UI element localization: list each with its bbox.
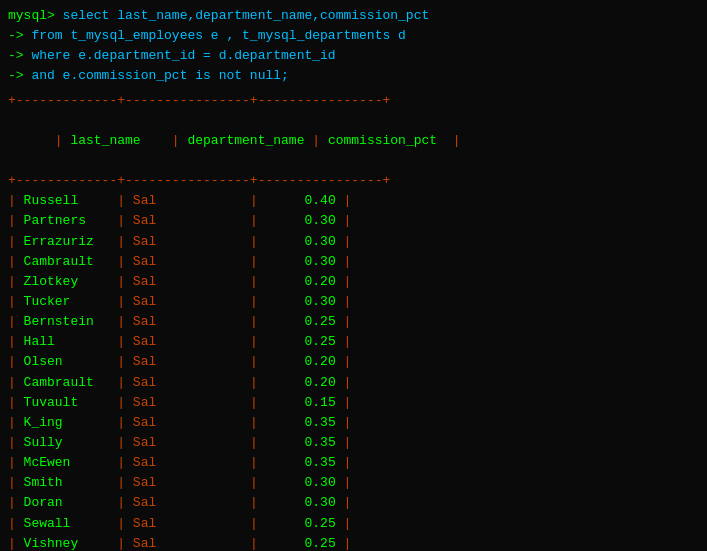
cell-commission: 0.30 — [258, 294, 344, 309]
col-lastname-header: last_name — [63, 133, 172, 148]
row-border: | — [344, 516, 352, 531]
cell-dept: Sal — [125, 516, 250, 531]
row-border: | — [250, 234, 258, 249]
row-border: | — [344, 234, 352, 249]
table-row: | K_ing | Sal | 0.35 | — [8, 413, 699, 433]
table-row: | Tucker | Sal | 0.30 | — [8, 292, 699, 312]
cell-commission: 0.25 — [258, 334, 344, 349]
top-separator: +-------------+----------------+--------… — [8, 91, 699, 111]
table-row: | Tuvault | Sal | 0.15 | — [8, 393, 699, 413]
cell-commission: 0.30 — [258, 495, 344, 510]
results-table: +-------------+----------------+--------… — [8, 91, 699, 551]
row-border: | — [117, 193, 125, 208]
row-border: | — [250, 395, 258, 410]
query-block: mysql> select last_name,department_name,… — [8, 6, 699, 87]
row-border: | — [117, 516, 125, 531]
table-row: | Cambrault | Sal | 0.20 | — [8, 373, 699, 393]
cell-commission: 0.30 — [258, 475, 344, 490]
cell-lastname: Partners — [16, 213, 117, 228]
header-row: | last_name | department_name | commissi… — [8, 111, 699, 171]
row-border: | — [250, 455, 258, 470]
cell-dept: Sal — [125, 354, 250, 369]
cell-lastname: Smith — [16, 475, 117, 490]
table-row: | Hall | Sal | 0.25 | — [8, 332, 699, 352]
table-row: | Russell | Sal | 0.40 | — [8, 191, 699, 211]
table-row: | Sewall | Sal | 0.25 | — [8, 514, 699, 534]
arrow2: -> — [8, 48, 24, 63]
cell-lastname: Hall — [16, 334, 117, 349]
cell-commission: 0.20 — [258, 354, 344, 369]
row-border: | — [344, 254, 352, 269]
prompt: mysql> — [8, 8, 55, 23]
cell-lastname: Vishney — [16, 536, 117, 551]
row-border: | — [344, 314, 352, 329]
cell-lastname: Sully — [16, 435, 117, 450]
cell-dept: Sal — [125, 314, 250, 329]
row-border: | — [8, 254, 16, 269]
row-border: | — [250, 193, 258, 208]
cell-dept: Sal — [125, 536, 250, 551]
row-border: | — [117, 536, 125, 551]
row-border: | — [250, 213, 258, 228]
cell-lastname: Sewall — [16, 516, 117, 531]
select-keyword: select last_name,department_name,commiss… — [55, 8, 429, 23]
row-border: | — [344, 395, 352, 410]
cell-lastname: McEwen — [16, 455, 117, 470]
cell-commission: 0.25 — [258, 314, 344, 329]
cell-commission: 0.25 — [258, 536, 344, 551]
terminal-window: mysql> select last_name,department_name,… — [0, 0, 707, 551]
cell-commission: 0.35 — [258, 435, 344, 450]
cell-lastname: Tucker — [16, 294, 117, 309]
table-row: | Doran | Sal | 0.30 | — [8, 493, 699, 513]
cell-lastname: Russell — [16, 193, 117, 208]
row-border: | — [117, 213, 125, 228]
row-border: | — [250, 375, 258, 390]
cell-lastname: Tuvault — [16, 395, 117, 410]
cell-dept: Sal — [125, 415, 250, 430]
table-row: | Bernstein | Sal | 0.25 | — [8, 312, 699, 332]
border: | — [312, 133, 320, 148]
row-border: | — [117, 415, 125, 430]
row-border: | — [117, 395, 125, 410]
cell-lastname: Cambrault — [16, 375, 117, 390]
row-border: | — [344, 213, 352, 228]
row-border: | — [250, 314, 258, 329]
query-line3: -> where e.department_id = d.department_… — [8, 46, 699, 66]
row-border: | — [117, 375, 125, 390]
cell-commission: 0.25 — [258, 516, 344, 531]
cell-dept: Sal — [125, 395, 250, 410]
row-border: | — [250, 536, 258, 551]
row-border: | — [8, 193, 16, 208]
arrow3: -> — [8, 68, 24, 83]
row-border: | — [8, 274, 16, 289]
cell-lastname: Errazuriz — [16, 234, 117, 249]
cell-commission: 0.15 — [258, 395, 344, 410]
row-border: | — [8, 334, 16, 349]
cell-commission: 0.20 — [258, 274, 344, 289]
row-border: | — [117, 314, 125, 329]
row-border: | — [8, 495, 16, 510]
table-row: | Vishney | Sal | 0.25 | — [8, 534, 699, 551]
border: | — [55, 133, 63, 148]
cell-dept: Sal — [125, 213, 250, 228]
cell-dept: Sal — [125, 234, 250, 249]
row-border: | — [344, 193, 352, 208]
col-dept-header: department_name — [180, 133, 313, 148]
row-border: | — [344, 475, 352, 490]
cell-commission: 0.35 — [258, 415, 344, 430]
row-border: | — [117, 435, 125, 450]
row-border: | — [8, 455, 16, 470]
row-border: | — [117, 274, 125, 289]
row-border: | — [250, 415, 258, 430]
cell-dept: Sal — [125, 334, 250, 349]
cell-dept: Sal — [125, 495, 250, 510]
table-row: | Zlotkey | Sal | 0.20 | — [8, 272, 699, 292]
row-border: | — [344, 455, 352, 470]
cell-dept: Sal — [125, 254, 250, 269]
row-border: | — [117, 455, 125, 470]
cell-commission: 0.30 — [258, 234, 344, 249]
border: | — [453, 133, 461, 148]
cell-dept: Sal — [125, 475, 250, 490]
cell-commission: 0.40 — [258, 193, 344, 208]
cell-dept: Sal — [125, 435, 250, 450]
